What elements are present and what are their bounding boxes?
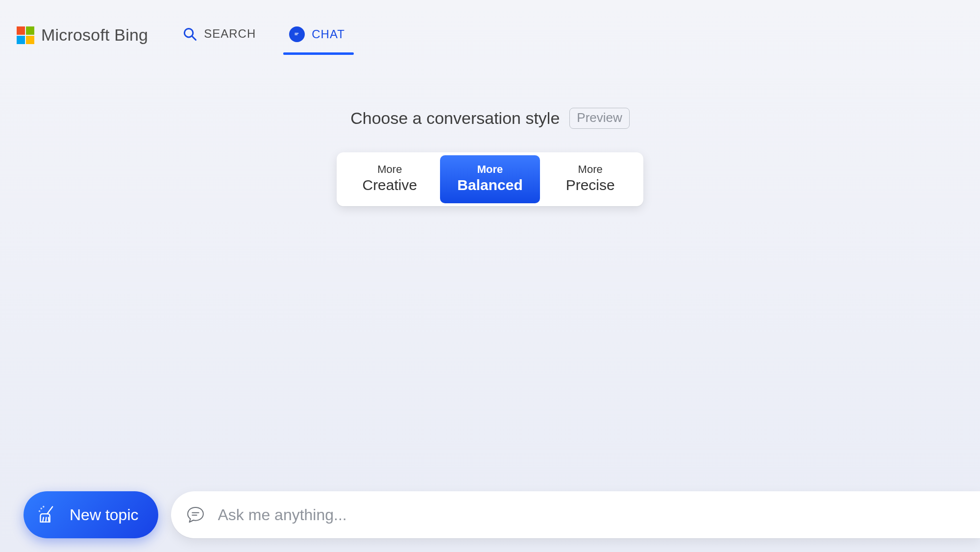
style-option-precise[interactable]: More Precise xyxy=(540,155,640,203)
style-option-line2: Precise xyxy=(545,177,636,193)
chat-input-container[interactable] xyxy=(171,491,980,538)
brand-name: Microsoft Bing xyxy=(41,25,148,45)
chat-icon xyxy=(289,26,305,42)
style-option-line2: Creative xyxy=(344,177,435,193)
tab-search[interactable]: SEARCH xyxy=(182,26,256,53)
svg-point-9 xyxy=(43,506,44,507)
style-option-line1: More xyxy=(445,163,536,176)
svg-line-5 xyxy=(43,518,44,522)
microsoft-logo-icon xyxy=(17,26,34,44)
svg-line-4 xyxy=(47,507,52,514)
tab-chat-label: CHAT xyxy=(312,27,345,41)
chat-bubble-icon xyxy=(186,505,205,525)
composer: New topic xyxy=(24,491,980,538)
broom-icon xyxy=(37,504,59,526)
style-option-creative[interactable]: More Creative xyxy=(340,155,440,203)
tab-search-label: SEARCH xyxy=(204,27,256,41)
style-picker: More Creative More Balanced More Precise xyxy=(337,152,643,206)
svg-line-1 xyxy=(192,36,196,40)
style-option-balanced[interactable]: More Balanced xyxy=(440,155,540,203)
svg-point-10 xyxy=(39,511,40,511)
style-option-line2: Balanced xyxy=(445,177,536,193)
svg-line-7 xyxy=(49,518,49,522)
header-nav: SEARCH CHAT xyxy=(182,19,345,54)
new-topic-button[interactable]: New topic xyxy=(24,491,158,538)
new-topic-label: New topic xyxy=(70,506,139,524)
header: Microsoft Bing SEARCH CHAT xyxy=(0,0,980,54)
tab-chat[interactable]: CHAT xyxy=(289,26,345,54)
search-icon xyxy=(182,26,197,41)
style-heading: Choose a conversation style xyxy=(350,109,560,128)
svg-line-6 xyxy=(46,518,46,522)
chat-input[interactable] xyxy=(218,506,980,524)
brand[interactable]: Microsoft Bing xyxy=(17,25,148,45)
svg-point-8 xyxy=(41,508,42,509)
preview-badge: Preview xyxy=(569,108,629,129)
style-option-line1: More xyxy=(545,163,636,176)
conversation-style-section: Choose a conversation style Preview More… xyxy=(0,108,980,206)
style-option-line1: More xyxy=(344,163,435,176)
style-heading-row: Choose a conversation style Preview xyxy=(350,108,630,129)
